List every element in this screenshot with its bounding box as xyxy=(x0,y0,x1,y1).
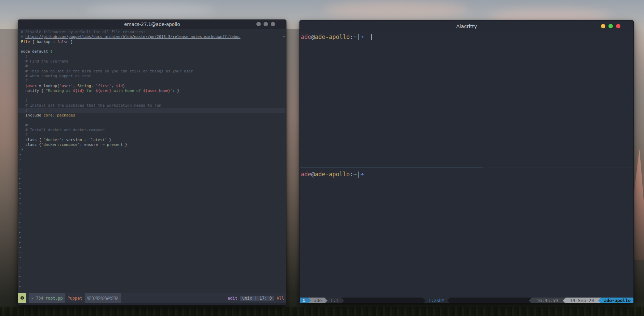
alacritty-window-buttons xyxy=(601,24,620,28)
code-line: node default { xyxy=(21,49,285,54)
tmux-hostname: ade-apollo xyxy=(601,298,633,303)
terminal-cursor xyxy=(371,34,372,40)
powerline-separator-icon xyxy=(308,298,311,303)
status-bar-spacer xyxy=(344,298,422,303)
scroll-position: All xyxy=(277,296,284,301)
encoding-position: unix | 17: 0 xyxy=(242,296,272,301)
prompt-path: ~ xyxy=(353,33,357,40)
terminal-content: ade@ade-apollo:~|➜ ade@ade-apollo:~|➜ xyxy=(300,32,633,298)
code-line: File { backup ⇒ false } xyxy=(21,40,285,44)
editor-state-label: edit xyxy=(228,296,238,301)
code-line xyxy=(21,118,285,123)
prompt-colon: : xyxy=(350,171,353,178)
powerline-separator-icon xyxy=(341,298,344,303)
emacs-titlebar[interactable]: emacs-27.1@ade-apollo xyxy=(18,20,286,29)
prompt-pipe: | xyxy=(357,171,360,178)
minimize-button-icon[interactable] xyxy=(601,24,605,28)
prompt-host: ade-apollo xyxy=(315,33,350,40)
prompt-at: @ xyxy=(311,33,315,40)
code-line: notify { "Running as ${id} for ${user} w… xyxy=(21,88,285,93)
powerline-separator-icon xyxy=(563,298,566,303)
alacritty-titlebar[interactable]: Alacritty xyxy=(300,20,633,32)
emacs-window-buttons xyxy=(256,22,275,26)
buffer-size: - 734 xyxy=(31,296,43,301)
tmux-pane-bottom[interactable]: ade@ade-apollo:~|➜ xyxy=(301,171,632,178)
code-area[interactable]: # Disable filebucket by default for all … xyxy=(18,29,286,293)
emacs-echo-area[interactable] xyxy=(18,303,286,305)
alacritty-window-title: Alacritty xyxy=(456,24,477,29)
tmux-pane-divider[interactable] xyxy=(300,167,633,167)
emacs-window: emacs-27.1@ade-apollo # Disable filebuck… xyxy=(18,19,286,305)
major-mode-label: Puppet xyxy=(67,296,82,301)
code-line: # Disable filebucket by default for all … xyxy=(21,30,285,35)
prompt-pipe: | xyxy=(357,33,360,40)
code-line: # xyxy=(21,133,285,137)
minor-modes-indicators: ⓈⓎⓅⓐⓌⓀⓈ xyxy=(87,295,118,301)
window-number-badge: ❶ xyxy=(18,293,26,303)
window-button-icon[interactable] xyxy=(256,22,261,26)
tmux-current-window[interactable]: 1:zsh* xyxy=(426,298,447,303)
code-line: include core::packages xyxy=(21,113,285,118)
maximize-button-icon[interactable] xyxy=(608,24,613,28)
mountain-cliff-middle xyxy=(286,29,300,316)
empty-line-tilde-column: ~ ~ ~ ~ ~ ~ ~ ~ ~ ~ ~ ~ ~ ~ ~ ~ ~ ~ ~ ~ … xyxy=(19,152,285,290)
code-line: # xyxy=(21,64,285,69)
prompt-host: ade-apollo xyxy=(315,171,350,178)
status-bar-spacer xyxy=(450,298,528,303)
code-line: # This can be set in the hira data so yo… xyxy=(21,69,285,74)
prompt-at: @ xyxy=(311,171,315,178)
cloud xyxy=(325,1,468,19)
minor-modes-box: ⓈⓎⓅⓐⓌⓀⓈ xyxy=(85,293,121,303)
code-line: # Install docker and docker-compose xyxy=(21,128,285,133)
window-button-icon[interactable] xyxy=(264,22,268,26)
line-truncation-arrow-icon: → xyxy=(282,35,285,39)
modeline-right-group: edit unix | 17: 0 All xyxy=(228,296,284,301)
code-line: $user = lookup('user', String, 'first', … xyxy=(21,84,285,88)
prompt-user: ade xyxy=(301,171,311,178)
buffer-name: root.pp xyxy=(45,296,63,301)
tree-line xyxy=(0,307,644,316)
buffer-info-box: - 734 root.pp xyxy=(29,293,65,303)
powerline-separator-icon xyxy=(324,298,327,303)
powerline-separator-icon xyxy=(447,298,450,303)
emacs-window-title: emacs-27.1@ade-apollo xyxy=(124,22,180,27)
mountain-cliff-left xyxy=(0,29,19,316)
window-button-icon[interactable] xyxy=(271,22,275,26)
close-button-icon[interactable] xyxy=(616,24,620,28)
code-line: # xyxy=(21,123,285,128)
powerline-separator-icon xyxy=(529,298,532,303)
tmux-clock: 16:45:59 xyxy=(532,298,563,303)
tmux-pane-top[interactable]: ade@ade-apollo:~|➜ xyxy=(301,33,632,41)
emacs-modeline: ❶ - 734 root.pp Puppet ⓈⓎⓅⓐⓌⓀⓈ edit unix… xyxy=(18,293,286,303)
code-line: # Find the username xyxy=(21,59,285,64)
tmux-session-index: 1 xyxy=(300,298,308,303)
tmux-user: ade xyxy=(311,298,324,303)
code-line xyxy=(21,93,285,98)
cloud xyxy=(85,3,215,17)
tmux-pane-id: 1:1 xyxy=(327,298,341,303)
powerline-separator-icon xyxy=(422,298,426,303)
code-line: } xyxy=(21,147,285,152)
prompt-path: ~ xyxy=(353,171,357,178)
encoding-position-box: unix | 17: 0 xyxy=(240,296,274,301)
code-line: # when running puppet as root xyxy=(21,74,285,79)
prompt-arrow-icon: ➜ xyxy=(360,33,364,40)
prompt-user: ade xyxy=(301,33,311,40)
code-line: class {'docker::compose': ensure ⇒ prese… xyxy=(21,142,285,147)
prompt-colon: : xyxy=(350,33,353,40)
code-line: # https://github.com/puppetlabs/docs-arc… xyxy=(21,35,285,39)
code-line: # xyxy=(21,98,285,103)
prompt-arrow-icon: ➜ xyxy=(360,171,364,178)
code-line: # xyxy=(18,108,285,113)
code-line xyxy=(21,44,285,49)
tmux-status-bar: 1 ade 1:1 1:zsh* 16:45:59 19-Sep-20 ade-… xyxy=(300,298,633,303)
code-line: # Install all the packages that the work… xyxy=(21,103,285,108)
code-line: class { 'docker': version ⇒ 'latest' } xyxy=(21,138,285,142)
tmux-date: 19-Sep-20 xyxy=(566,298,598,303)
alacritty-window: Alacritty ade@ade-apollo:~|➜ ade@ade-apo… xyxy=(299,20,634,303)
code-line: # xyxy=(21,54,285,59)
code-line: # xyxy=(21,79,285,83)
powerline-separator-icon xyxy=(598,298,601,303)
